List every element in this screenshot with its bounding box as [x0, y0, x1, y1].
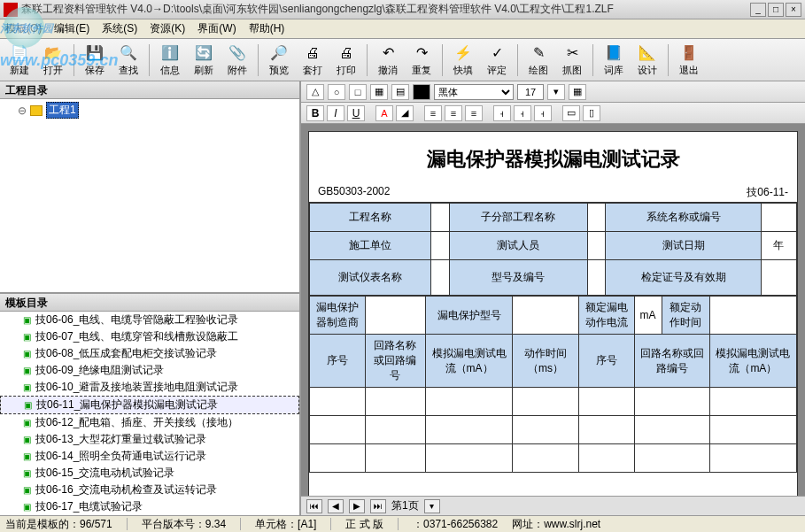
tool-查找[interactable]: 🔍查找: [112, 41, 144, 80]
font-color-button[interactable]: A: [375, 105, 393, 121]
tool-icon: ↶: [378, 43, 398, 63]
tool-icon: 🖨: [303, 43, 322, 63]
template-item[interactable]: ▣技06-12_配电箱、插座、开关接线（接地）: [0, 414, 299, 431]
tool-快填[interactable]: ⚡快填: [447, 41, 479, 80]
template-item[interactable]: ▣技06-14_照明全负荷通电试运行记录: [0, 448, 299, 465]
status-site: 网址：www.slrj.net: [512, 517, 600, 532]
menu-resource[interactable]: 资源(K): [150, 21, 185, 36]
valign-mid[interactable]: ⫞: [514, 105, 531, 121]
tool-icon: 📘: [604, 43, 623, 63]
template-item[interactable]: ▣技06-16_交流电动机检查及试运转记录: [0, 482, 299, 498]
menu-help[interactable]: 帮助(H): [249, 21, 285, 36]
maximize-button[interactable]: □: [768, 3, 784, 17]
close-button[interactable]: ×: [786, 3, 801, 17]
tool-信息[interactable]: ℹ️信息: [154, 41, 186, 80]
statusbar: 当前是模板的：96/571 平台版本号：9.34 单元格：[A1] 正 式 版 …: [0, 515, 805, 532]
template-item[interactable]: ▣技06-10_避雷及接地装置接地电阻测试记录: [0, 379, 299, 396]
document-page: 漏电保护器模拟漏电测试记录 GB50303-2002 技06-11- 工程名称 …: [308, 131, 798, 496]
project-tree[interactable]: ⊖ 工程1: [0, 99, 299, 294]
page-dropdown[interactable]: ▾: [424, 499, 440, 513]
tool-保存[interactable]: 💾保存: [79, 41, 111, 80]
menu-system[interactable]: 系统(S): [102, 21, 137, 36]
align-right-button[interactable]: ≡: [465, 105, 483, 121]
window-title: 森联工程资料管理软件 V4.0→D:\tools\桌面\河东软件园\senlia…: [21, 2, 750, 17]
align-center-button[interactable]: ≡: [445, 105, 462, 121]
document-area[interactable]: 漏电保护器模拟漏电测试记录 GB50303-2002 技06-11- 工程名称 …: [301, 124, 805, 496]
tool-附件[interactable]: 📎附件: [221, 41, 253, 80]
template-item[interactable]: ▣技06-08_低压成套配电柜交接试验记录: [0, 345, 299, 362]
font-size-input[interactable]: [517, 84, 544, 100]
border-btn2[interactable]: ▤: [391, 84, 409, 100]
tool-预览[interactable]: 🔎预览: [263, 41, 295, 80]
page-indicator: 第1页: [391, 498, 419, 513]
underline-button[interactable]: U: [347, 105, 365, 121]
valign-bot[interactable]: ⫞: [534, 105, 552, 121]
project-tree-header: 工程目录: [0, 81, 299, 99]
project-root-item[interactable]: ⊖ 工程1: [0, 99, 299, 121]
template-item[interactable]: ▣技06-09_绝缘电阻测试记录: [0, 362, 299, 379]
prev-page-button[interactable]: ◀: [328, 499, 344, 513]
font-name-select[interactable]: 黑体: [434, 84, 514, 100]
shape-triangle[interactable]: △: [306, 84, 324, 100]
merge-button[interactable]: ▭: [562, 105, 580, 121]
format-toolbar-1: △ ○ □ ▦ ▤ 黑体 ▾ ▦: [301, 81, 805, 103]
last-page-button[interactable]: ⏭: [370, 499, 386, 513]
next-page-button[interactable]: ▶: [349, 499, 365, 513]
shape-square[interactable]: □: [349, 84, 367, 100]
template-tree[interactable]: ▣技06-06_电线、电缆导管隐蔽工程验收记录▣技06-07_电线、电缆穿管和线…: [0, 312, 299, 515]
template-icon: ▣: [22, 400, 33, 411]
tool-词库[interactable]: 📘词库: [598, 41, 630, 80]
border-btn[interactable]: ▦: [370, 84, 388, 100]
menu-edit[interactable]: 编辑(E): [54, 21, 89, 36]
split-button[interactable]: ▯: [583, 105, 600, 121]
doc-code: 技06-11-: [747, 185, 788, 200]
tool-抓图[interactable]: ✂抓图: [556, 41, 588, 80]
tool-icon: 🔍: [119, 43, 138, 63]
tool-打印[interactable]: 🖨打印: [330, 41, 362, 80]
template-icon: ▣: [21, 315, 32, 326]
grid-icon[interactable]: ▦: [569, 84, 586, 100]
minimize-button[interactable]: _: [750, 3, 766, 17]
main-toolbar: 📄新建📂打开💾保存🔍查找ℹ️信息🔄刷新📎附件🔎预览🖨套打🖨打印↶撤消↷重复⚡快填…: [0, 39, 805, 81]
fill-color-button[interactable]: ◢: [396, 105, 414, 121]
template-icon: ▣: [21, 485, 32, 496]
tool-套打[interactable]: 🖨套打: [297, 41, 329, 80]
status-phone: ：0371-66256382: [413, 517, 498, 532]
tool-评定[interactable]: ✓评定: [481, 41, 513, 80]
template-icon: ▣: [21, 349, 32, 359]
tool-刷新[interactable]: 🔄刷新: [188, 41, 220, 80]
document-title: 漏电保护器模拟漏电测试记录: [309, 132, 797, 183]
tool-打开[interactable]: 📂打开: [37, 41, 69, 80]
template-item[interactable]: ▣技06-07_电线、电缆穿管和线槽敷设隐蔽工: [0, 328, 299, 345]
titlebar: 森联工程资料管理软件 V4.0→D:\tools\桌面\河东软件园\senlia…: [0, 0, 805, 19]
tool-icon: ⚡: [453, 43, 473, 63]
tool-绘图[interactable]: ✎绘图: [522, 41, 554, 80]
tool-退出[interactable]: 🚪退出: [673, 41, 705, 80]
tool-重复[interactable]: ↷重复: [406, 41, 437, 80]
tool-撤消[interactable]: ↶撤消: [372, 41, 404, 80]
first-page-button[interactable]: ⏮: [306, 499, 322, 513]
template-icon: ▣: [21, 502, 32, 513]
valign-top[interactable]: ⫞: [493, 105, 511, 121]
shape-circle[interactable]: ○: [328, 84, 345, 100]
align-left-button[interactable]: ≡: [424, 105, 442, 121]
document-table-2[interactable]: 漏电保护器制造商 漏电保护型号 额定漏电动作电流mA 额定动作时间 序号 回路名…: [309, 296, 797, 473]
status-cell: 单元格：[A1]: [255, 517, 316, 532]
tool-设计[interactable]: 📐设计: [631, 41, 663, 80]
bold-button[interactable]: B: [306, 105, 324, 121]
template-icon: ▣: [21, 468, 32, 479]
menu-interface[interactable]: 界面(W): [197, 21, 236, 36]
tool-icon: ✎: [529, 43, 548, 63]
font-size-dropdown[interactable]: ▾: [547, 84, 565, 100]
template-item[interactable]: ▣技06-15_交流电动机试验记录: [0, 465, 299, 482]
template-item[interactable]: ▣技06-13_大型花灯重量过载试验记录: [0, 431, 299, 448]
italic-button[interactable]: I: [327, 105, 344, 121]
tool-icon: ✂: [562, 43, 582, 63]
tool-icon: 🔄: [194, 43, 213, 63]
document-table[interactable]: 工程名称 子分部工程名称 系统名称或编号 施工单位 测试人员 测试日期年 测试仪…: [309, 203, 797, 296]
template-item[interactable]: ▣技06-17_电缆试验记录: [0, 498, 299, 515]
format-toolbar-2: B I U A ◢ ≡ ≡ ≡ ⫞ ⫞ ⫞ ▭ ▯: [301, 103, 805, 124]
template-item[interactable]: ▣技06-06_电线、电缆导管隐蔽工程验收记录: [0, 312, 299, 328]
color-btn[interactable]: [413, 84, 430, 100]
template-item[interactable]: ▣技06-11_漏电保护器模拟漏电测试记录: [0, 396, 299, 414]
